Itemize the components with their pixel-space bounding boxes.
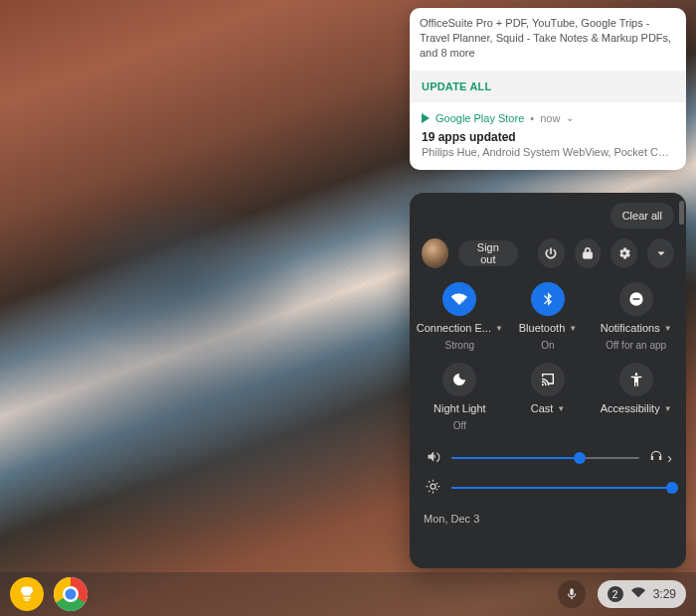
chevron-down-icon[interactable]: ⌄ [566, 112, 574, 123]
scroll-indicator[interactable] [679, 201, 684, 225]
update-all-button[interactable]: UPDATE ALL [410, 71, 686, 102]
night-light-icon[interactable] [442, 363, 476, 396]
avatar[interactable] [422, 238, 448, 268]
tile-night-light: Night Light Off [416, 363, 504, 431]
caret-icon[interactable]: ▼ [495, 324, 503, 333]
wifi-icon[interactable] [442, 282, 476, 316]
lock-icon[interactable] [575, 238, 602, 268]
volume-icon[interactable] [424, 449, 441, 468]
clock: 3:29 [653, 587, 676, 601]
caret-icon[interactable]: ▼ [569, 324, 577, 333]
notification-summary: OfficeSuite Pro + PDF, YouTube, Google T… [410, 8, 686, 71]
tile-notifications-label[interactable]: Notifications [601, 322, 660, 334]
notification-source: Google Play Store [435, 112, 524, 124]
tile-accessibility-label[interactable]: Accessibility [601, 402, 660, 414]
cast-icon[interactable] [531, 363, 565, 396]
chrome-app-icon[interactable] [54, 577, 87, 611]
brightness-slider[interactable] [451, 487, 672, 489]
settings-icon[interactable] [610, 238, 637, 268]
tile-network: Connection E...▼ Strong [416, 282, 504, 351]
sign-out-button[interactable]: Sign out [458, 240, 518, 266]
status-tray[interactable]: 2 3:29 [598, 580, 686, 608]
svg-point-0 [462, 301, 465, 304]
collapse-icon[interactable] [647, 238, 674, 268]
volume-row: › [424, 443, 672, 473]
tile-accessibility: Accessibility▼ [592, 363, 680, 431]
sliders: › [410, 433, 686, 507]
tile-bluetooth-label[interactable]: Bluetooth [519, 322, 565, 334]
notification-time: now [540, 112, 560, 124]
user-row: Sign out [410, 234, 686, 278]
microphone-icon[interactable] [558, 580, 586, 608]
quick-tiles: Connection E...▼ Strong Bluetooth▼ On No… [410, 278, 686, 433]
accessibility-icon[interactable] [619, 363, 653, 396]
notification-source-row[interactable]: Google Play Store • now ⌄ [422, 112, 674, 124]
panel-date: Mon, Dec 3 [410, 507, 686, 525]
keep-app-icon[interactable] [10, 577, 44, 611]
caret-icon[interactable]: ▼ [664, 404, 672, 413]
power-icon[interactable] [538, 238, 565, 268]
tile-night-light-label[interactable]: Night Light [434, 402, 486, 414]
notification-card[interactable]: OfficeSuite Pro + PDF, YouTube, Google T… [410, 8, 686, 170]
tile-cast-label[interactable]: Cast [531, 402, 554, 414]
bluetooth-icon[interactable] [531, 282, 565, 316]
notification-title: 19 apps updated [422, 130, 674, 144]
brightness-icon[interactable] [424, 479, 441, 498]
volume-slider[interactable] [451, 457, 639, 459]
tile-bluetooth-sub: On [541, 340, 554, 351]
caret-icon[interactable]: ▼ [664, 324, 672, 333]
dnd-icon[interactable] [619, 282, 653, 316]
tile-network-label[interactable]: Connection E... [417, 322, 491, 334]
tile-notifications: Notifications▼ Off for an app [592, 282, 680, 351]
tile-bluetooth: Bluetooth▼ On [504, 282, 593, 351]
notification-count: 2 [608, 586, 623, 602]
brightness-row [424, 473, 672, 503]
play-store-icon [422, 113, 430, 123]
tile-cast: Cast▼ [504, 363, 593, 431]
tile-notifications-sub: Off for an app [606, 340, 666, 351]
headphones-icon[interactable] [649, 449, 663, 467]
separator-dot: • [530, 112, 534, 124]
notification-subtitle: Philips Hue, Android System WebView, Poc… [422, 146, 674, 158]
shelf: 2 3:29 [0, 572, 696, 616]
clear-all-button[interactable]: Clear all [610, 203, 674, 229]
audio-settings-chevron-icon[interactable]: › [667, 450, 672, 466]
quick-settings-panel: Clear all Sign out Connection E...▼ Stro… [410, 193, 686, 568]
caret-icon[interactable]: ▼ [557, 404, 565, 413]
wifi-status-icon [631, 585, 645, 603]
notification-body: Google Play Store • now ⌄ 19 apps update… [410, 102, 686, 170]
tile-night-light-sub: Off [453, 420, 466, 431]
tile-network-sub: Strong [445, 340, 474, 351]
